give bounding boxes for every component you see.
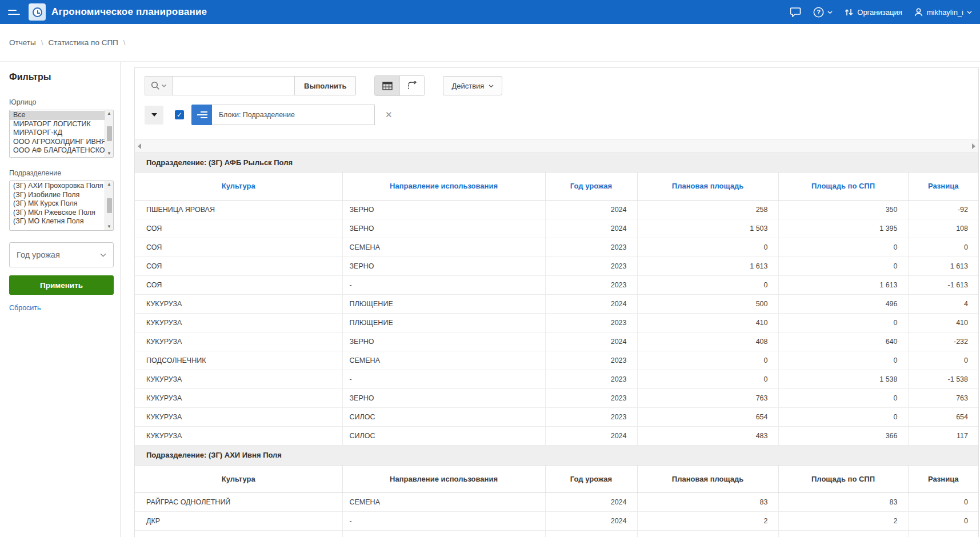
menu-icon[interactable] <box>8 7 22 17</box>
year-select[interactable]: Год урожая <box>9 242 114 267</box>
scroll-left-icon[interactable] <box>138 143 141 149</box>
horizontal-scrollbar[interactable] <box>135 139 978 153</box>
user-menu[interactable]: mikhaylin_i <box>914 7 972 17</box>
organization-label: Организация <box>857 8 902 17</box>
breadcrumb-item[interactable]: Отчеты <box>9 38 36 47</box>
actions-button[interactable]: Действия <box>443 76 502 95</box>
list-option[interactable]: (ЗГ) МК Курск Поля <box>10 199 105 209</box>
break-checkbox[interactable]: ✓ <box>175 110 184 119</box>
list-option[interactable]: ООО АФ БЛАГОДАТЕНСКОЕ <box>10 146 105 155</box>
clock-icon <box>33 7 42 17</box>
table-cell: 763 <box>908 388 978 407</box>
app-header: Агрономическое планирование ? Организаци… <box>0 0 980 24</box>
column-header[interactable]: Площадь по СПП <box>778 173 908 200</box>
control-break-icon[interactable] <box>191 105 212 125</box>
table-cell: ПЛЮЩЕНИЕ <box>342 294 545 313</box>
table-cell: ПЛЮЩЕНИЕ <box>342 313 545 332</box>
group-header: Подразделение: (ЗГ) АХИ Ивня Поля <box>135 446 978 466</box>
table-cell: СОЯ <box>135 238 342 257</box>
table-cell: ДКР <box>135 512 342 531</box>
switch-org-icon <box>844 7 854 17</box>
report-area: Выполнить <box>121 62 980 537</box>
list-option[interactable]: (ЗГ) МО Клетня Поля <box>10 217 105 226</box>
table-row: СОЯСЕМЕНА2023000 <box>135 238 978 257</box>
break-chip[interactable]: Блоки: Подразделение <box>212 105 375 125</box>
scroll-right-icon[interactable] <box>972 143 975 149</box>
report-table: КультураНаправление использованияГод уро… <box>135 173 978 446</box>
list-option[interactable]: МИРАТОРГ-КД <box>10 129 105 138</box>
grid-view-button[interactable] <box>375 76 399 95</box>
table-grid-icon <box>382 82 393 90</box>
column-header[interactable]: Направление использования <box>342 173 545 200</box>
table-row: ПШЕНИЦА ЯРОВАЯЗЕРНО2024258350-92 <box>135 200 978 219</box>
scroll-up-icon[interactable]: ▲ <box>107 111 111 117</box>
table-cell: 410 <box>637 313 778 332</box>
table-row: СОЯЗЕРНО20231 61301 613 <box>135 257 978 275</box>
scroll-thumb[interactable] <box>107 198 112 213</box>
table-row: КУКУРУЗАСИЛОС2024483366117 <box>135 426 978 445</box>
scroll-thumb[interactable] <box>107 126 112 141</box>
search-input[interactable] <box>172 76 295 95</box>
caret-down-icon <box>151 113 157 117</box>
run-button[interactable]: Выполнить <box>295 76 356 95</box>
table-cell: 640 <box>778 332 908 351</box>
listbox-scrollbar[interactable]: ▲ ▼ <box>105 181 113 230</box>
yurlitso-listbox[interactable]: ВсеМИРАТОРГ ЛОГИСТИКМИРАТОРГ-КДООО АГРОХ… <box>9 110 114 158</box>
list-option[interactable]: ООО АГРОХОЛДИНГ ИВНЯНСКИ <box>10 138 105 147</box>
year-select-value: Год урожая <box>17 250 60 259</box>
table-cell: 2 <box>637 512 778 531</box>
podrazdelenie-listbox[interactable]: (ЗГ) АХИ Прохоровка Поля(ЗГ) Изобилие По… <box>9 181 114 231</box>
chat-button[interactable] <box>790 7 802 17</box>
table-cell: 2024 <box>545 493 637 512</box>
table-cell: 2024 <box>545 426 637 445</box>
organization-switcher[interactable]: Организация <box>844 7 902 17</box>
table-cell: 0 <box>778 351 908 370</box>
table-row: КУКУРУЗАЗЕРНО2024408640-232 <box>135 332 978 351</box>
column-header[interactable]: Плановая площадь <box>637 173 778 200</box>
table-cell: 0 <box>778 407 908 426</box>
table-cell: 654 <box>637 407 778 426</box>
podrazdelenie-label: Подразделение <box>9 169 113 177</box>
table-cell: 258 <box>637 200 778 219</box>
table-cell: 2023 <box>545 275 637 294</box>
table-cell: ПОДСОЛНЕЧНИК <box>135 351 342 370</box>
table-cell: 4 <box>908 294 978 313</box>
help-menu[interactable]: ? <box>813 7 833 18</box>
listbox-scrollbar[interactable]: ▲ ▼ <box>105 110 113 157</box>
table-cell: 0 <box>908 493 978 512</box>
table-cell: 2 <box>778 512 908 531</box>
table-cell: 2024 <box>545 531 637 537</box>
table-cell: 2023 <box>545 238 637 257</box>
apply-button[interactable]: Применить <box>9 275 114 295</box>
flashback-view-button[interactable] <box>399 76 424 95</box>
breadcrumb-item[interactable]: Статистика по СПП <box>48 38 118 47</box>
table-cell: - <box>342 512 545 531</box>
list-option[interactable]: (ЗГ) АХИ Прохоровка Поля <box>10 182 105 191</box>
column-header[interactable]: Культура <box>135 173 342 200</box>
search-options-button[interactable] <box>145 76 172 95</box>
scroll-down-icon[interactable]: ▼ <box>107 224 111 230</box>
table-cell: 0 <box>637 531 778 537</box>
table-cell: 0 <box>778 313 908 332</box>
scroll-down-icon[interactable]: ▼ <box>107 151 111 157</box>
reset-link[interactable]: Сбросить <box>9 304 41 312</box>
user-icon <box>914 7 923 17</box>
table-cell: СЕМЕНА <box>342 493 545 512</box>
table-cell: ЛЮЦЕРНА <box>135 531 342 537</box>
list-option[interactable]: МИРАТОРГ ЛОГИСТИК <box>10 120 105 129</box>
table-cell: КУКУРУЗА <box>135 294 342 313</box>
table-cell: СЕМЕНА <box>342 351 545 370</box>
column-header[interactable]: Год урожая <box>545 173 637 200</box>
control-break-row: ✓ Блоки: Подразделение ✕ <box>145 104 969 126</box>
list-option[interactable]: Все <box>10 111 105 120</box>
table-cell: 2023 <box>545 388 637 407</box>
table-row: КУКУРУЗАПЛЮЩЕНИЕ20234100410 <box>135 313 978 332</box>
break-dropdown-button[interactable] <box>145 106 163 125</box>
list-option[interactable]: (ЗГ) МКл Ржевское Поля <box>10 209 105 218</box>
list-option[interactable]: (ЗГ) Изобилие Поля <box>10 191 105 200</box>
column-header[interactable]: Разница <box>908 173 978 200</box>
scroll-up-icon[interactable]: ▲ <box>107 182 111 187</box>
close-icon[interactable]: ✕ <box>385 110 393 120</box>
app-logo <box>29 3 46 21</box>
table-cell: -197 <box>908 531 978 537</box>
